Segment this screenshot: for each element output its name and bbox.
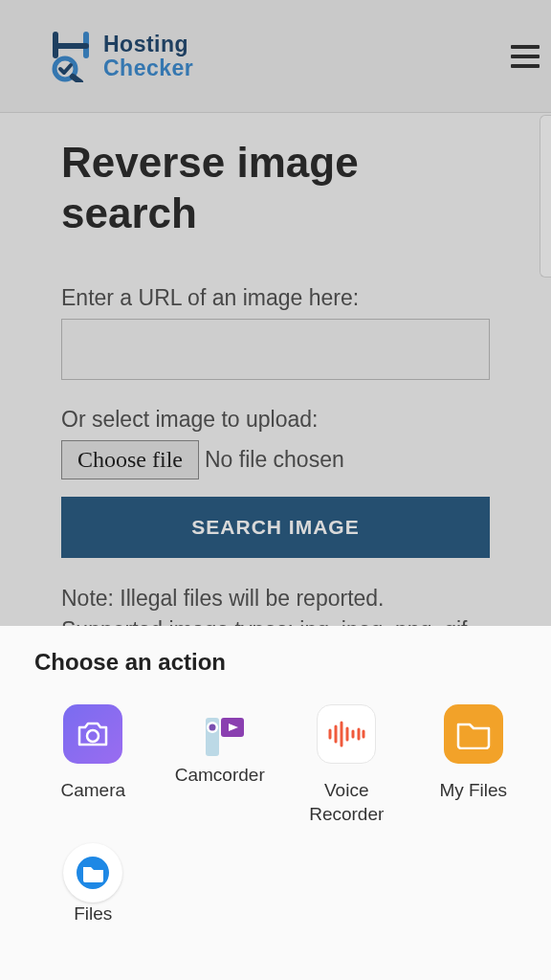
sheet-title: Choose an action xyxy=(34,649,532,676)
camera-icon xyxy=(63,704,122,764)
site-header: Hosting Checker xyxy=(0,0,551,113)
camcorder-icon xyxy=(190,704,250,764)
page-title: Reverse image search xyxy=(61,138,490,239)
app-camera-label: Camera xyxy=(60,779,125,803)
upload-label: Or select image to upload: xyxy=(61,407,490,433)
my-files-icon xyxy=(444,704,503,764)
app-voice-recorder-label: Voice Recorder xyxy=(288,779,406,826)
main-content: Reverse image search Enter a URL of an i… xyxy=(0,113,551,646)
app-camera[interactable]: Camera xyxy=(34,704,152,826)
site-logo[interactable]: Hosting Checker xyxy=(48,31,193,82)
logo-text-line1: Hosting xyxy=(103,33,193,56)
action-sheet: Choose an action Camera Cam xyxy=(0,626,551,980)
logo-icon xyxy=(48,31,94,82)
file-chosen-status: No file chosen xyxy=(205,447,344,473)
search-image-button[interactable]: SEARCH IMAGE xyxy=(61,497,490,558)
image-url-input[interactable] xyxy=(61,319,490,380)
app-camcorder-label: Camcorder xyxy=(175,764,265,788)
choose-file-button[interactable]: Choose file xyxy=(61,440,199,479)
note-line1: Note: Illegal files will be reported. xyxy=(61,583,490,614)
scroll-indicator xyxy=(540,115,551,278)
url-input-label: Enter a URL of an image here: xyxy=(61,285,490,311)
menu-button[interactable] xyxy=(511,45,540,68)
logo-text-line2: Checker xyxy=(103,56,193,79)
app-files-label: Files xyxy=(74,902,112,926)
svg-point-1 xyxy=(87,730,99,742)
app-camcorder[interactable]: Camcorder xyxy=(162,704,279,826)
app-grid: Camera Camcorder xyxy=(34,704,532,926)
voice-recorder-icon xyxy=(317,704,376,764)
app-files[interactable]: Files xyxy=(34,843,152,926)
app-my-files[interactable]: My Files xyxy=(415,704,533,826)
app-voice-recorder[interactable]: Voice Recorder xyxy=(288,704,406,826)
file-input-row: Choose file No file chosen xyxy=(61,440,490,479)
files-icon xyxy=(63,843,122,902)
svg-point-4 xyxy=(209,724,215,731)
app-my-files-label: My Files xyxy=(439,779,507,803)
